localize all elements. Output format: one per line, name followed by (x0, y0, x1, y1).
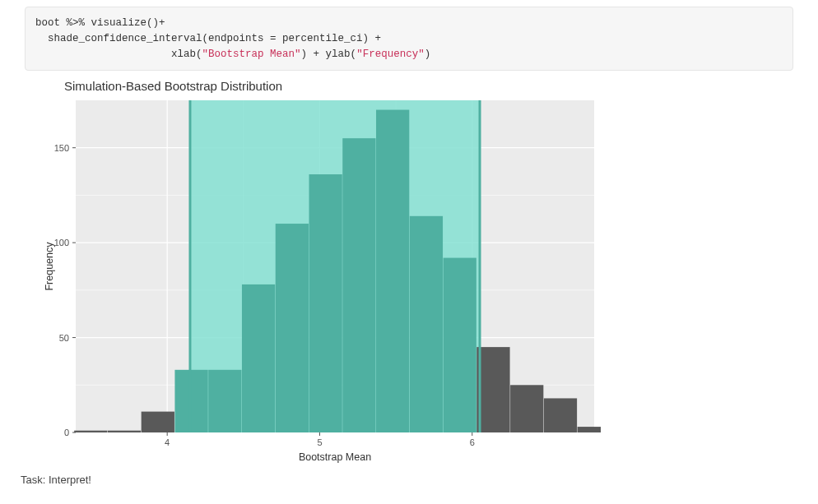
code-token: shade_confidence_interval(endpoints (35, 33, 270, 44)
svg-rect-24 (410, 216, 443, 432)
svg-rect-28 (544, 399, 577, 433)
code-block: boot %>% visualize()+ shade_confidence_i… (25, 7, 793, 71)
code-token: + (314, 49, 320, 60)
chart-svg: 050100150456Bootstrap MeanFrequency (41, 95, 601, 465)
svg-rect-14 (74, 431, 107, 432)
code-token: %>% (67, 17, 86, 29)
svg-text:Bootstrap Mean: Bootstrap Mean (299, 451, 371, 463)
code-token: + (159, 17, 165, 29)
svg-rect-20 (276, 224, 309, 432)
svg-rect-25 (444, 258, 476, 432)
code-token: = (270, 33, 277, 44)
code-token: ) (425, 49, 431, 60)
code-token: boot (35, 17, 67, 29)
code-string: "Frequency" (356, 49, 425, 60)
svg-rect-22 (342, 138, 375, 432)
code-token: percentile_ci) (277, 33, 375, 44)
svg-rect-21 (309, 174, 342, 432)
svg-rect-16 (142, 412, 174, 432)
svg-rect-27 (510, 386, 543, 433)
code-token: ) (301, 49, 314, 60)
svg-rect-23 (376, 110, 409, 432)
code-token: ylab( (319, 49, 356, 60)
code-token: + (375, 33, 382, 44)
svg-text:50: 50 (59, 333, 69, 343)
svg-text:4: 4 (165, 437, 170, 447)
chart-title: Simulation-Based Bootstrap Distribution (64, 79, 793, 93)
svg-rect-15 (108, 431, 141, 432)
svg-rect-18 (208, 370, 241, 432)
code-string: "Bootstrap Mean" (202, 49, 301, 60)
svg-text:150: 150 (54, 143, 69, 153)
svg-rect-19 (242, 284, 275, 432)
svg-text:0: 0 (64, 428, 69, 437)
svg-text:Frequency: Frequency (44, 242, 55, 291)
svg-rect-29 (578, 427, 601, 432)
svg-text:6: 6 (470, 437, 475, 447)
task-text: Task: Interpret! (21, 474, 793, 486)
chart-container: Simulation-Based Bootstrap Distribution … (41, 79, 793, 465)
svg-text:100: 100 (54, 238, 69, 247)
svg-text:5: 5 (317, 437, 322, 447)
code-token: visualize() (85, 17, 159, 29)
code-token: xlab( (35, 49, 202, 60)
svg-rect-26 (476, 347, 509, 432)
svg-rect-17 (174, 370, 207, 432)
